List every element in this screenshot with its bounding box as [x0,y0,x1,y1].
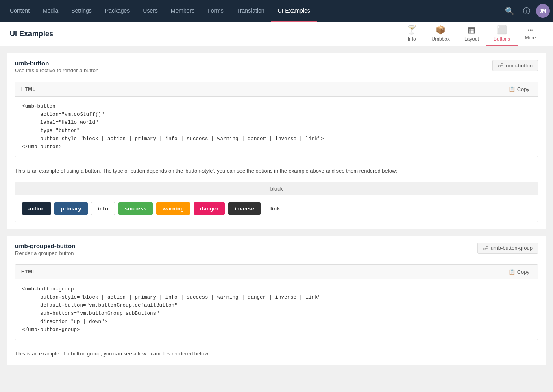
demo-buttons-container: action primary info success warning dang… [15,195,538,222]
badge-label: umb-button [506,63,533,69]
info-tab-icon: 🍸 [407,25,417,35]
tab-layout[interactable]: ▦ Layout [457,22,486,46]
umb-button-demo-area: block action primary info success warnin… [15,182,538,222]
avatar[interactable]: JM [536,4,550,18]
umb-grouped-button-code-container: HTML 📋 Copy <umb-button-group button-sty… [15,264,538,340]
btn-primary[interactable]: primary [54,202,88,215]
nav-item-media[interactable]: Media [36,0,65,22]
section-umb-button-badge[interactable]: ☍ umb-button [492,60,538,71]
tab-more[interactable]: ••• More [518,22,543,46]
section-umb-grouped-button-header: umb-grouped-button Render a grouped butt… [7,236,546,260]
umb-grouped-button-copy-button[interactable]: 📋 Copy [506,268,532,276]
nav-item-members[interactable]: Members [164,0,201,22]
nav-item-translation[interactable]: Translation [230,0,271,22]
btn-action[interactable]: action [22,202,51,215]
sub-navigation: 🍸 Info 📦 Umbbox ▦ Layout ⬜ Buttons ••• M… [399,22,543,46]
nav-icons: 🔍 ⓘ JM [502,3,550,19]
search-icon[interactable]: 🔍 [502,3,517,19]
umb-grouped-button-description-text: This is an example of a button group, yo… [7,347,546,365]
nav-item-users[interactable]: Users [136,0,164,22]
section-umb-button-header: umb-button Use this directive to render … [7,53,546,77]
nav-item-packages[interactable]: Packages [98,0,136,22]
layout-tab-icon: ▦ [468,25,475,35]
tab-info[interactable]: 🍸 Info [399,22,424,46]
tag-icon-2: ☍ [483,245,488,251]
sub-header: UI Examples 🍸 Info 📦 Umbbox ▦ Layout ⬜ B… [0,22,553,46]
section-umb-button-desc: Use this directive to render a button [15,67,98,74]
copy-icon-2: 📋 [509,269,515,275]
tab-buttons[interactable]: ⬜ Buttons [486,22,518,46]
copy-icon: 📋 [509,86,515,92]
nav-item-forms[interactable]: Forms [201,0,230,22]
buttons-tab-icon: ⬜ [497,25,507,35]
btn-link[interactable]: link [264,202,287,215]
section-umb-grouped-button-badge[interactable]: ☍ umb-button-group [477,243,538,254]
copy-label: Copy [517,86,529,92]
umb-grouped-button-code-header: HTML 📋 Copy [15,265,538,279]
btn-warning[interactable]: warning [156,202,190,215]
umb-button-code-header: HTML 📋 Copy [15,82,538,97]
section-umb-grouped-button: umb-grouped-button Render a grouped butt… [7,236,546,365]
umb-button-description-text: This is an example of using a button. Th… [7,164,546,182]
nav-item-ui-examples[interactable]: UI-Examples [271,0,317,22]
btn-success[interactable]: success [118,202,153,215]
nav-item-settings[interactable]: Settings [65,0,98,22]
nav-item-content[interactable]: Content [3,0,36,22]
section-umb-grouped-button-info: umb-grouped-button Render a grouped butt… [15,243,75,256]
section-umb-grouped-button-desc: Render a grouped button [15,250,75,256]
more-label: More [525,35,536,41]
umb-grouped-button-code-label: HTML [21,269,35,275]
umb-button-code-label: HTML [21,87,35,92]
tab-buttons-label: Buttons [494,36,510,42]
copy-label-2: Copy [517,269,529,275]
badge-label-2: umb-button-group [491,245,533,251]
tag-icon: ☍ [498,62,503,69]
umb-button-code-container: HTML 📋 Copy <umb-button action="vm.doStu… [15,82,538,157]
help-icon[interactable]: ⓘ [519,3,534,19]
umbbox-tab-icon: 📦 [435,25,446,35]
umb-button-copy-button[interactable]: 📋 Copy [506,85,532,93]
more-icon: ••• [528,28,533,33]
umb-button-code-body: <umb-button action="vm.doStuff()" label=… [15,97,538,157]
section-umb-button: umb-button Use this directive to render … [7,53,546,229]
tab-umbbox[interactable]: 📦 Umbbox [424,22,457,46]
demo-block-label: block [15,182,538,195]
content-area: umb-button Use this directive to render … [0,46,553,392]
btn-inverse[interactable]: inverse [228,202,261,215]
page-title: UI Examples [10,30,399,38]
tab-layout-label: Layout [464,36,479,42]
btn-info[interactable]: info [91,202,115,215]
tab-umbbox-label: Umbbox [431,36,450,42]
section-umb-button-title: umb-button [15,60,98,67]
section-umb-grouped-button-title: umb-grouped-button [15,243,75,249]
umb-grouped-button-code-body: <umb-button-group button-style="block | … [15,279,538,340]
section-umb-button-info: umb-button Use this directive to render … [15,60,98,74]
top-navigation: Content Media Settings Packages Users Me… [0,0,553,22]
tab-info-label: Info [408,36,416,42]
btn-danger[interactable]: danger [194,202,225,215]
